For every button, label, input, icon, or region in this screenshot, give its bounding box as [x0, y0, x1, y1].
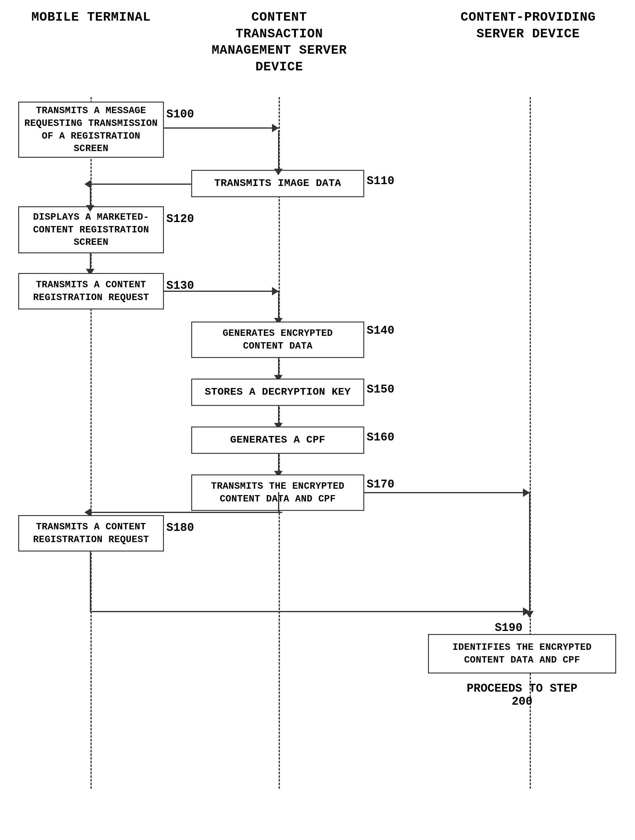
step-s130: S130 [166, 279, 194, 292]
arrow-ctms-down4 [278, 406, 279, 424]
arrow-mobile-down3 [90, 551, 91, 612]
arrow-ctms-down1-head [274, 169, 283, 175]
arrow-s170-right-head [523, 488, 530, 497]
arrow-ctms-down1 [278, 131, 279, 170]
arrow-ctms-down2 [278, 292, 279, 319]
arrow-ctms-s180-vert [278, 492, 279, 513]
arrow-mobile-down1 [90, 186, 91, 206]
header-mobile: MOBILE TERMINAL [18, 9, 164, 26]
step-s110: S110 [367, 174, 394, 188]
arrow-ctms-down3 [278, 358, 279, 376]
arrow-s180-right [91, 611, 530, 612]
step-s170: S170 [367, 478, 394, 491]
box-s140: GENERATES ENCRYPTED CONTENT DATA [191, 322, 364, 358]
box-s160: GENERATES A CPF [191, 426, 364, 454]
header-cpsd: CONTENT-PROVIDINGSERVER DEVICE [455, 9, 601, 42]
arrow-s130-right-head [272, 287, 279, 295]
arrow-s170-left [91, 512, 282, 513]
box-s130: TRANSMITS A CONTENT REGISTRATION REQUEST [18, 273, 164, 309]
step-s180: S180 [166, 521, 194, 534]
arrow-s170-right [364, 492, 530, 493]
step-s120: S120 [166, 212, 194, 226]
arrow-ctms-down5 [278, 454, 279, 472]
proceeds-label: PROCEEDS TO STEP 200 [422, 682, 622, 708]
arrow-mobile-down1-head [86, 205, 94, 212]
arrow-s110-left [91, 183, 191, 185]
arrow-cpsd-down1 [529, 493, 530, 612]
step-s160: S160 [367, 431, 394, 444]
arrow-s100-right [164, 128, 279, 129]
step-s150: S150 [367, 383, 394, 396]
step-s190: S190 [495, 621, 523, 634]
arrow-s100-head [272, 124, 279, 132]
box-s150: STORES A DECRYPTION KEY [191, 379, 364, 406]
diagram: MOBILE TERMINAL CONTENT TRANSACTIONMANAG… [0, 0, 635, 840]
arrow-cpsd-down1-head [525, 611, 534, 617]
step-s100: S100 [166, 108, 194, 121]
arrow-mobile-down2 [90, 253, 91, 270]
arrow-s130-right [164, 291, 279, 292]
box-s180: TRANSMITS A CONTENT REGISTRATION REQUEST [18, 515, 164, 551]
box-s170: TRANSMITS THE ENCRYPTED CONTENT DATA AND… [191, 474, 364, 511]
box-s190: IDENTIFIES THE ENCRYPTED CONTENT DATA AN… [428, 634, 616, 673]
box-s120: DISPLAYS A MARKETED- CONTENT REGISTRATIO… [18, 206, 164, 253]
box-s100: TRANSMITS A MESSAGE REQUESTING TRANSMISS… [18, 102, 164, 158]
step-s140: S140 [367, 324, 394, 337]
header-ctms: CONTENT TRANSACTIONMANAGEMENT SERVERDEVI… [206, 9, 352, 75]
